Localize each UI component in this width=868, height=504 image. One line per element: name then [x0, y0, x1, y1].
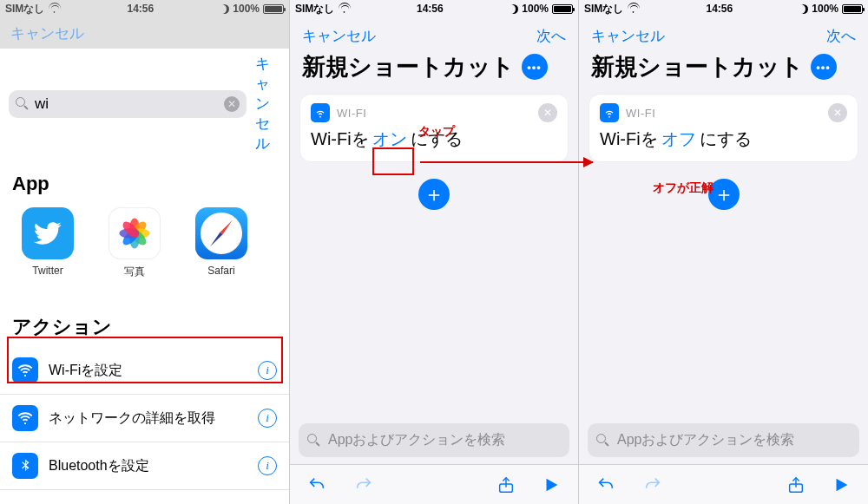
phone-panel-shortcut-off: SIMなし 14:56 100% キャンセル 次へ 新規ショートカット ••• … [579, 0, 868, 504]
annotation-arrow [420, 161, 593, 163]
phone-panel-search: SIMなし 14:56 100% キャンセル ✕ キャンセル App [0, 0, 290, 504]
page-title: 新規ショートカット [591, 51, 804, 82]
battery-icon [842, 4, 863, 14]
share-button[interactable] [495, 474, 517, 496]
dnd-moon-icon [220, 4, 229, 14]
body-text-pre: Wi-Fiを [600, 128, 658, 151]
bluetooth-icon [12, 453, 38, 479]
toolbar [290, 464, 578, 504]
app-photos[interactable]: 写真 [104, 207, 165, 279]
info-icon[interactable]: i [258, 409, 277, 428]
battery-icon [263, 4, 284, 14]
wifi-icon [12, 405, 38, 431]
clock: 14:56 [706, 3, 733, 15]
title-row: 新規ショートカット ••• [579, 51, 868, 95]
cancel-button[interactable]: キャンセル [255, 54, 280, 154]
nav-next[interactable]: 次へ [536, 26, 566, 46]
search-icon [596, 434, 610, 448]
wifi-status-icon [49, 4, 61, 13]
battery-percent: 100% [233, 3, 260, 15]
battery-percent: 100% [812, 3, 838, 15]
search-icon [307, 434, 321, 448]
action-wifi-settings[interactable]: Wi-Fiを設定 i [0, 347, 289, 395]
info-icon[interactable]: i [258, 456, 277, 475]
more-options-icon[interactable]: ••• [811, 54, 837, 80]
share-button[interactable] [785, 474, 807, 496]
app-results: Twitter 写真 [0, 204, 289, 297]
wifi-state-param[interactable]: オフ [661, 128, 696, 151]
info-icon[interactable]: i [258, 361, 277, 380]
toolbar [579, 464, 868, 504]
action-label: Wi-Fiを設定 [49, 362, 247, 380]
nav-cancel[interactable]: キャンセル [591, 26, 665, 46]
search-icon [16, 97, 30, 111]
title-row: 新規ショートカット ••• [290, 51, 578, 95]
search-placeholder: Appおよびアクションを検索 [328, 431, 505, 449]
action-card: WI-FI ✕ Wi-Fiを オフ にする [589, 95, 858, 161]
phone-panel-shortcut-on: SIMなし 14:56 100% キャンセル 次へ 新規ショートカット ••• … [290, 0, 579, 504]
search-row: ✕ キャンセル [0, 49, 289, 159]
annotation-tap: タップ [418, 124, 455, 140]
card-caption: WI-FI [626, 107, 655, 120]
body-text-pre: Wi-Fiを [311, 128, 369, 151]
photos-icon [108, 207, 161, 259]
search-input[interactable] [35, 95, 219, 113]
status-bar: SIMなし 14:56 100% [0, 0, 289, 17]
section-header-app: App [0, 159, 289, 204]
status-bar: SIMなし 14:56 100% [579, 0, 868, 17]
action-label: ネットワークの詳細を取得 [49, 409, 247, 428]
battery-icon [552, 4, 573, 14]
nav-next[interactable]: 次へ [826, 26, 856, 46]
clock: 14:56 [127, 3, 154, 15]
wifi-icon [12, 357, 38, 383]
card-caption: WI-FI [337, 107, 366, 120]
carrier-label: SIMなし [295, 2, 334, 16]
wifi-status-icon [628, 4, 640, 13]
dnd-moon-icon [799, 4, 808, 14]
app-twitter[interactable]: Twitter [17, 207, 78, 279]
undo-button[interactable] [306, 474, 328, 496]
action-list: Wi-Fiを設定 i ネットワークの詳細を取得 i Bluetoothを設定 i [0, 347, 289, 490]
add-action-button[interactable]: ＋ [418, 179, 450, 210]
page-title: 新規ショートカット [302, 51, 515, 82]
nav-cancel-behind: キャンセル [10, 23, 84, 43]
app-label: 写真 [124, 265, 145, 279]
remove-action-icon[interactable]: ✕ [828, 103, 847, 122]
more-options-icon[interactable]: ••• [522, 54, 548, 80]
annotation-correct: オフが正解 [653, 180, 713, 196]
search-actions-field[interactable]: Appおよびアクションを検索 [588, 423, 859, 457]
nav-cancel[interactable]: キャンセル [302, 26, 376, 46]
action-bluetooth-settings[interactable]: Bluetoothを設定 i [0, 442, 289, 490]
battery-percent: 100% [522, 3, 549, 15]
action-label: Bluetoothを設定 [49, 457, 247, 475]
dnd-moon-icon [509, 4, 518, 14]
run-button[interactable] [830, 474, 852, 496]
nav-bar: キャンセル 次へ [579, 17, 868, 51]
search-placeholder: Appおよびアクションを検索 [617, 431, 794, 449]
run-button[interactable] [540, 474, 562, 496]
card-body: Wi-Fiを オフ にする [600, 122, 847, 151]
clock: 14:56 [417, 3, 444, 15]
twitter-icon [22, 207, 74, 259]
wifi-status-icon [339, 4, 351, 13]
clear-search-icon[interactable]: ✕ [224, 96, 240, 112]
body-text-post: にする [700, 128, 752, 151]
redo-button[interactable] [641, 474, 664, 496]
action-network-details[interactable]: ネットワークの詳細を取得 i [0, 395, 289, 442]
remove-action-icon[interactable]: ✕ [538, 103, 557, 122]
carrier-label: SIMなし [584, 2, 623, 16]
redo-button[interactable] [352, 474, 375, 496]
wifi-icon [600, 103, 619, 122]
status-bar: SIMなし 14:56 100% [290, 0, 578, 17]
search-actions-field[interactable]: Appおよびアクションを検索 [299, 423, 569, 457]
undo-button[interactable] [595, 474, 617, 496]
underlying-nav: キャンセル [0, 17, 289, 49]
carrier-label: SIMなし [5, 2, 44, 16]
section-header-action: アクション [0, 297, 289, 347]
search-box[interactable]: ✕ [9, 90, 247, 118]
app-label: Safari [207, 265, 234, 277]
app-safari[interactable]: Safari [191, 207, 252, 279]
wifi-icon [311, 103, 330, 122]
wifi-state-param[interactable]: オン [372, 128, 407, 151]
app-label: Twitter [32, 265, 62, 277]
